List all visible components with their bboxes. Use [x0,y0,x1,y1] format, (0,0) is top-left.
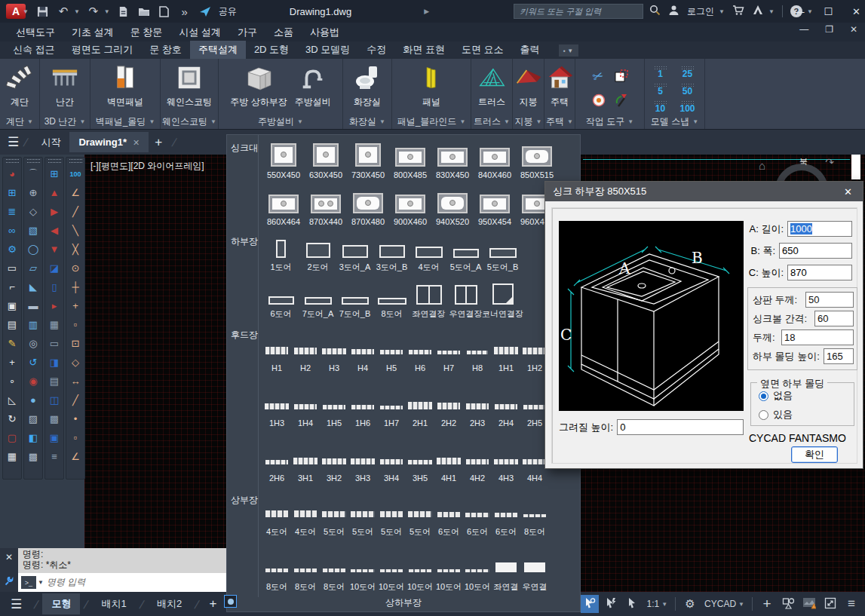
toolbar-grip[interactable] [69,159,82,163]
palette-item[interactable]: 3H5 [406,432,434,487]
ribbon-panel-label[interactable]: 3D 난간▼ [40,115,90,129]
polygon-icon[interactable]: ◇ [24,202,42,221]
canvas-scrollbar[interactable] [851,155,860,179]
command-input[interactable]: >_ ▼ 명령 입력 [18,573,226,592]
palette-item[interactable]: 3H3 [348,432,377,487]
target-icon[interactable] [587,88,610,112]
palette-item[interactable]: H3 [320,322,348,377]
autodesk-logo-icon[interactable] [752,5,764,18]
menu-item-0[interactable]: 선택도구 [8,26,63,39]
ribbon-panel-label[interactable]: 지붕▼ [513,115,544,129]
rectangle-icon[interactable]: ▭ [3,259,21,277]
panel-icon[interactable]: ▦ [45,315,63,334]
circle-center-icon[interactable]: ⊕ [24,183,42,202]
union-icon[interactable]: ▱ [24,259,42,277]
chain-icon[interactable]: ∘ [3,372,21,391]
half-icon[interactable]: ◧ [24,428,42,447]
tab-drawing1[interactable]: Drawing1*✕ [69,132,149,152]
region-icon[interactable]: ▣ [3,296,21,315]
palette-item[interactable]: 4도어 [262,487,291,542]
palette-item[interactable]: 3도어_B [373,228,410,275]
stretch-icon[interactable]: ↔ [66,372,84,391]
palette-item[interactable]: 3H4 [377,432,406,487]
palette-item[interactable]: 5도어 [320,487,348,542]
palette-item[interactable]: 2H4 [492,377,520,432]
palette-item[interactable]: 7도어_B [336,275,373,322]
rotate-icon[interactable] [610,88,633,112]
sheet-icon[interactable]: ▤ [45,372,63,391]
line2-icon[interactable]: ╲ [66,221,84,240]
palette-item[interactable]: H8 [463,322,492,377]
palette-item[interactable]: 4도어 [291,487,320,542]
param-input[interactable]: 60 [814,311,854,326]
clip-icon[interactable]: ▢ [3,428,21,447]
palette-item[interactable]: 1H1 [492,322,520,377]
palette-item[interactable]: 1H5 [320,377,348,432]
viewcube-rotate-icon[interactable]: ↷ [825,156,834,168]
stack-icon[interactable]: ▥ [24,315,42,334]
box3d-icon[interactable]: ◪ [45,259,63,277]
maximize-icon[interactable]: ☐ [824,6,833,17]
ribbon-panel-label[interactable]: 벽패널_몰딩▼ [90,115,160,129]
menu-item-6[interactable]: 사용법 [302,26,348,39]
ribbon-tab-9[interactable]: 출력 [512,41,548,59]
molding-option-1[interactable]: 있음 [759,408,854,421]
ribbon-button-wallpanel[interactable]: 벽면패널 [104,61,146,109]
polyline-icon[interactable]: ⌐ [3,277,21,296]
angle2-icon[interactable]: ∠ [66,447,84,466]
search-icon[interactable] [649,5,661,19]
cross-icon[interactable]: ╳ [66,240,84,259]
ribbon-panel-label[interactable]: 모델 스냅▼ [645,115,704,129]
rotate-icon[interactable]: ↻ [3,409,21,428]
palette-item[interactable]: 8도어 [320,542,348,597]
bucket-icon[interactable]: ◉ [24,372,42,391]
new-drawing-tab-button[interactable]: + [149,135,168,150]
add-icon[interactable]: + [758,595,776,613]
palette-item[interactable]: 8도어 [291,542,320,597]
layers-icon[interactable]: ≡ [45,447,63,466]
palette-item[interactable]: 950X454 [474,182,516,228]
viewport-controls-label[interactable]: [-][평면도][2D 와이어프레임] [90,160,204,173]
redo-icon[interactable]: ↷ [87,5,100,18]
palette-item[interactable]: 1H6 [348,377,377,432]
param-input[interactable]: 18 [781,329,854,345]
new-file-icon[interactable] [158,5,171,18]
mesh-icon[interactable]: ▨ [24,409,42,428]
palette-item[interactable]: 630X450 [305,135,347,182]
palette-item[interactable]: H6 [406,322,434,377]
menu-item-2[interactable]: 문 창문 [122,26,171,39]
slab-icon[interactable]: ▬ [24,296,42,315]
doc-icon[interactable]: ▤ [3,315,21,334]
palette-item[interactable]: H7 [434,322,463,377]
palette-item[interactable]: 870X440 [305,182,347,228]
box2-icon[interactable]: ◨ [45,353,63,372]
command-close-icon[interactable]: ✕ [5,552,13,562]
ribbon-tab-0[interactable]: 신속 접근 [5,41,63,59]
annotation-monitor-icon[interactable] [800,595,818,613]
snap-cursor-icon[interactable] [623,595,641,613]
palette-item[interactable]: H5 [377,322,406,377]
snap-value-10[interactable]: 10 [648,97,673,115]
palette-item[interactable]: 3H2 [320,432,348,487]
share-plane-icon[interactable] [198,5,212,18]
share-label[interactable]: 공유 [219,5,237,18]
right-icon[interactable]: ▶ [45,202,63,221]
render-icon[interactable]: ◕ [3,164,21,183]
palette-item[interactable]: 7도어_A [299,275,336,322]
section-icon[interactable]: ≣ [3,202,21,221]
down-icon[interactable]: ▼ [45,240,63,259]
palette-item[interactable]: 3도어_A [336,228,373,275]
palette-item[interactable]: H1 [262,322,291,377]
ribbon-tab-7[interactable]: 화면 표현 [394,41,453,59]
layout-menu-icon[interactable]: ☰ [11,596,23,612]
dialog-title-bar[interactable]: 싱크 하부장 850X515 ✕ [545,182,863,201]
ribbon-button-stairs[interactable]: 계단 [1,61,38,109]
ribbon-collapse-icon[interactable]: ▪ ▼ [559,44,578,57]
ribbon-tab-5[interactable]: 3D 모델링 [297,41,358,59]
ribbon-panel-label[interactable]: 작업 도구▼ [575,115,644,129]
palette-item[interactable]: 10도어 [348,542,377,597]
ribbon-button-cabinet[interactable]: 주방 상하부장 [227,61,290,109]
search-input[interactable]: 키워드 또는 구절 입력 [514,4,643,19]
ribbon-button-panel[interactable]: 패널 [413,61,450,109]
palette-item[interactable]: 830X450 [431,135,474,182]
